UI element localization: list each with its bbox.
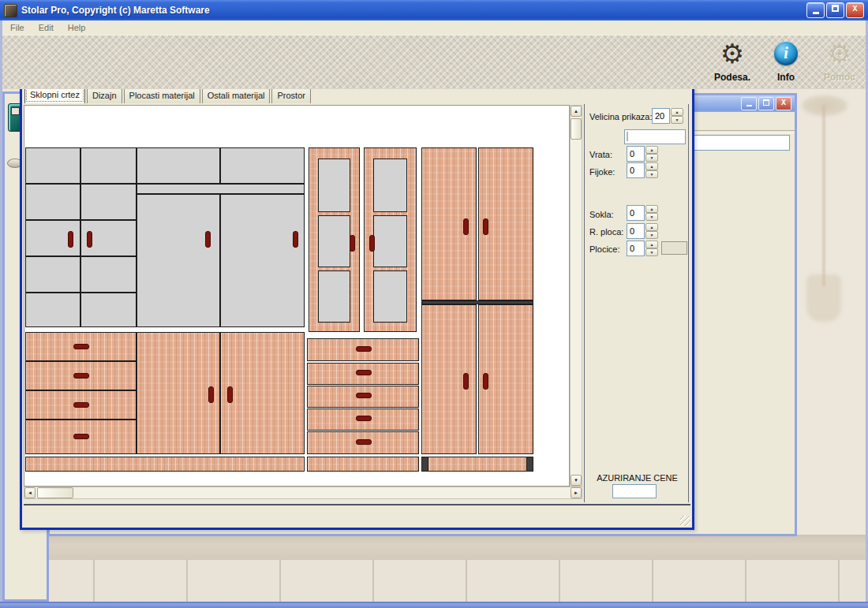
r-ploca-stepper: 0 ▲▼	[627, 223, 658, 239]
tab-plocasti-materijal[interactable]: Plocasti materijal	[124, 89, 200, 103]
fijoke-label: Fijoke:	[589, 167, 615, 177]
cabinet-glass-panel	[318, 270, 350, 323]
cabinet-handle	[208, 386, 214, 403]
cabinet-handle	[463, 218, 469, 235]
main-window-title: Stolar Pro, Copyright (c) Maretta Softwa…	[21, 5, 806, 16]
child-window: Kreiranje sklopnog crteza X Sklopni crte…	[20, 89, 694, 530]
client-area: X Kreiranje sklopnog crteza X Sklopni cr…	[0, 89, 868, 602]
cabinet-glass-panel	[80, 184, 137, 220]
close-button[interactable]: X	[846, 2, 864, 18]
menu-bar: File Edit Help	[0, 21, 868, 35]
cabinet-handle	[356, 393, 372, 398]
spin-down-button[interactable]: ▼	[671, 116, 683, 124]
spin-up-button[interactable]: ▲	[671, 108, 683, 116]
azuriranje-cene-input[interactable]	[612, 484, 657, 498]
r-ploca-label: R. ploca:	[589, 227, 623, 237]
scroll-left-button[interactable]: ◄	[24, 487, 36, 498]
cabinet-glass-panel	[137, 147, 220, 184]
cabinet-dark-trim	[526, 457, 533, 472]
velicina-prikaza-value[interactable]: 20	[652, 108, 670, 124]
tab-prostor[interactable]: Prostor	[271, 89, 310, 103]
cabinet-handle	[356, 439, 372, 445]
resize-grip[interactable]	[680, 516, 690, 526]
spin-up-button[interactable]: ▲	[645, 162, 658, 170]
toolbar-button-label: Podesa.	[714, 72, 750, 83]
cabinet-glass-panel	[25, 147, 80, 184]
zoom-track-field[interactable]	[624, 129, 686, 144]
tab-sklopni-crtez[interactable]: Sklopni crtez	[24, 89, 85, 103]
spin-up-button[interactable]: ▲	[645, 205, 658, 213]
close-icon[interactable]: X	[776, 97, 791, 110]
vrata-value[interactable]: 0	[627, 146, 645, 162]
minimize-button[interactable]	[741, 97, 757, 110]
minimize-button[interactable]	[806, 2, 825, 18]
tab-bar: Sklopni crtezDizajnPlocasti materijalOst…	[24, 89, 312, 103]
cabinet-handle	[356, 346, 372, 352]
main-window: Stolar Pro, Copyright (c) Maretta Softwa…	[0, 0, 868, 608]
scroll-up-button[interactable]: ▲	[571, 106, 582, 117]
cabinet-glass-panel	[373, 270, 407, 323]
menu-file[interactable]: File	[5, 22, 30, 33]
cabinet-dark-trim	[421, 457, 428, 472]
plocice-label: Plocice:	[589, 244, 620, 254]
spin-down-button[interactable]: ▼	[645, 248, 658, 256]
spin-up-button[interactable]: ▲	[645, 241, 658, 248]
sokla-stepper: 0 ▲▼	[627, 205, 658, 221]
cabinet-glass-panel	[80, 147, 137, 184]
cabinet-wood-panel	[25, 457, 305, 472]
main-toolbar: ⚙Podesa.iInfo⚙Pomoc	[0, 35, 868, 90]
horizontal-scroll-thumb[interactable]	[37, 487, 73, 498]
cabinet-wood-panel	[307, 457, 419, 472]
cabinet-glass-panel	[220, 194, 305, 327]
spin-down-button[interactable]: ▼	[645, 231, 658, 239]
tab-ostali-materijal[interactable]: Ostali materijal	[202, 89, 271, 103]
spin-down-button[interactable]: ▼	[645, 154, 658, 162]
plocice-stepper: 0 ▲▼	[627, 241, 658, 256]
window-bottom-border	[0, 602, 868, 608]
velicina-prikaza-label: Velicina prikaza:	[589, 112, 653, 121]
toolbar-button-pomoc[interactable]: ⚙Pomoc	[817, 37, 862, 86]
sokla-value[interactable]: 0	[627, 205, 645, 221]
vrata-stepper: 0 ▲▼	[627, 146, 658, 162]
maximize-button[interactable]	[826, 2, 844, 18]
cabinet-glass-panel	[25, 256, 80, 293]
maximize-button[interactable]	[758, 97, 774, 110]
plocice-extra-field	[661, 241, 687, 255]
sokla-label: Sokla:	[589, 210, 614, 219]
scroll-right-button[interactable]: ►	[571, 487, 582, 498]
cabinet-wood-panel	[421, 457, 533, 472]
cabinet-handle	[483, 373, 488, 390]
spin-up-button[interactable]: ▲	[645, 223, 658, 231]
settings-panel: Velicina prikaza: 20 ▲▼ Vrata: 0 ▲▼ Fijo…	[584, 104, 689, 502]
toolbar-button-info[interactable]: iInfo	[764, 37, 808, 86]
vertical-scroll-thumb[interactable]	[571, 118, 582, 140]
cabinet-glass-panel	[373, 159, 407, 212]
cabinet-handle	[87, 231, 92, 248]
drawing-canvas[interactable]	[24, 105, 570, 487]
toolbar-button-label: Pomoc	[824, 72, 855, 83]
gear-icon: ⚙	[720, 37, 744, 70]
tab-dizajn[interactable]: Dizajn	[87, 89, 122, 103]
spin-down-button[interactable]: ▼	[645, 170, 658, 178]
fijoke-value[interactable]: 0	[627, 162, 645, 178]
vertical-scrollbar[interactable]: ▲ ▼	[570, 105, 582, 487]
cabinet-handle	[227, 386, 233, 403]
gear-icon: ⚙	[828, 37, 851, 70]
cabinet-handle	[293, 231, 298, 248]
spin-up-button[interactable]: ▲	[645, 146, 658, 154]
plocice-value[interactable]: 0	[627, 241, 645, 256]
menu-help[interactable]: Help	[62, 22, 92, 33]
r-ploca-value[interactable]: 0	[627, 223, 645, 239]
scroll-down-button[interactable]: ▼	[571, 475, 582, 486]
cabinet-handle	[68, 231, 73, 248]
screen: { "main_window": { "title": "Stolar Pro,…	[0, 0, 868, 608]
spin-down-button[interactable]: ▼	[645, 213, 658, 221]
cabinet-handle	[73, 344, 89, 349]
horizontal-scrollbar[interactable]: ◄ ►	[24, 487, 582, 499]
cabinet-glass-panel	[80, 256, 137, 293]
cabinet-glass-panel	[25, 184, 80, 220]
cabinet-handle	[356, 416, 372, 421]
toolbar-button-podesa[interactable]: ⚙Podesa.	[710, 37, 754, 86]
cabinet-handle	[73, 434, 89, 439]
menu-edit[interactable]: Edit	[33, 22, 59, 33]
